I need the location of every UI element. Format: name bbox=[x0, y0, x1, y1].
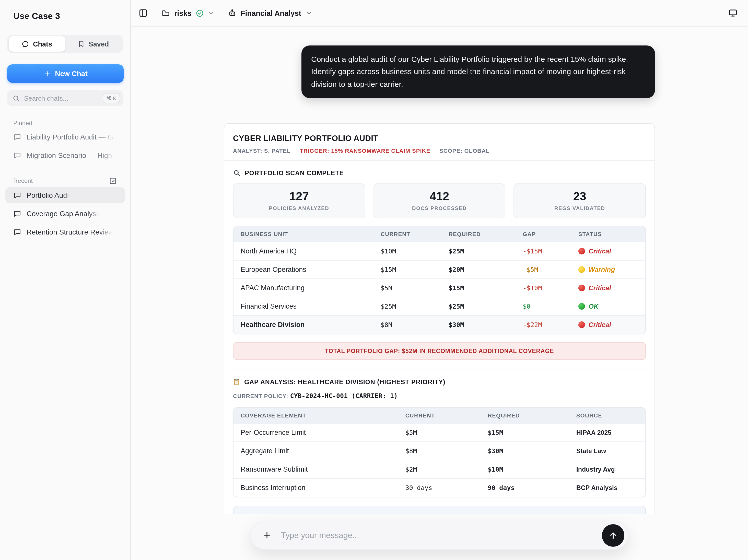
sidebar: Use Case 3 Chats Saved New Chat bbox=[0, 0, 131, 560]
cell-gap: -$5M bbox=[516, 261, 571, 279]
new-chat-label: New Chat bbox=[55, 69, 88, 78]
cell-unit: Financial Services bbox=[233, 297, 373, 316]
cell-status: Critical bbox=[571, 242, 645, 261]
cell-current: $15M bbox=[373, 261, 441, 279]
status-dot bbox=[578, 285, 585, 291]
gap-analysis-section: GAP ANALYSIS: HEALTHCARE DIVISION (HIGHE… bbox=[233, 369, 646, 514]
message-composer bbox=[250, 521, 628, 550]
sidebar-item-retention-structure-review[interactable]: Retention Structure Review bbox=[5, 224, 125, 240]
cell-current: $8M bbox=[373, 316, 441, 334]
total-gap-banner: TOTAL PORTFOLIO GAP: $52M IN RECOMMENDED… bbox=[233, 343, 646, 360]
col-required: REQUIRED bbox=[481, 408, 569, 424]
sidebar-item-liability-portfolio-audit[interactable]: Liability Portfolio Audit — Global bbox=[5, 129, 125, 145]
arrow-up-icon bbox=[608, 530, 618, 540]
recent-label: Recent bbox=[13, 177, 33, 184]
chat-bubble-icon bbox=[13, 209, 21, 218]
check-circle-icon bbox=[196, 9, 204, 17]
cell-gap: $0 bbox=[516, 297, 571, 316]
chat-scroll-area[interactable]: Conduct a global audit of our Cyber Liab… bbox=[131, 27, 748, 514]
message-input[interactable] bbox=[281, 531, 593, 540]
col-required: REQUIRED bbox=[441, 227, 516, 242]
sidebar-item-coverage-gap-analysis[interactable]: Coverage Gap Analysis bbox=[5, 205, 125, 222]
gap-analysis-heading-label: GAP ANALYSIS: HEALTHCARE DIVISION (HIGHE… bbox=[244, 379, 446, 386]
stat-value: 412 bbox=[374, 190, 505, 204]
search-shortcut-badge: ⌘ K bbox=[102, 93, 120, 103]
sidebar-item-label: Retention Structure Review bbox=[27, 228, 114, 236]
project-selector[interactable]: risks bbox=[161, 9, 215, 17]
cell-unit: European Operations bbox=[233, 261, 373, 279]
col-business-unit: BUSINESS UNIT bbox=[233, 227, 373, 242]
plus-icon bbox=[43, 70, 51, 77]
audit-card-body: PORTFOLIO SCAN COMPLETE 127 POLICIES ANA… bbox=[224, 161, 655, 514]
cell-element: Aggregate Limit bbox=[233, 442, 398, 460]
cell-status: Warning bbox=[571, 261, 645, 279]
cell-required: $25M bbox=[441, 297, 516, 316]
reasoning-graph-panel: REASONING GRAPH: PER-OCCURRENCE LIMIT GA… bbox=[233, 506, 646, 514]
sidebar-item-label: Portfolio Audit bbox=[27, 191, 71, 199]
sidebar-item-label: Liability Portfolio Audit — Global bbox=[27, 133, 117, 141]
status-dot bbox=[578, 248, 585, 255]
monitor-icon[interactable] bbox=[728, 8, 738, 18]
chat-bubble-icon bbox=[13, 228, 21, 236]
tab-chats[interactable]: Chats bbox=[9, 36, 65, 52]
user-message-bubble: Conduct a global audit of our Cyber Liab… bbox=[301, 45, 655, 98]
cell-current: $8M bbox=[398, 442, 481, 460]
attach-plus-icon[interactable] bbox=[262, 530, 272, 540]
bookmark-icon bbox=[78, 40, 85, 48]
table-row: North America HQ $10M $25M -$15M Critica… bbox=[233, 242, 645, 261]
table-header-row: COVERAGE ELEMENT CURRENT REQUIRED SOURCE bbox=[233, 408, 645, 424]
current-policy-line: CURRENT POLICY: CYB-2024-HC-001 (CARRIER… bbox=[233, 392, 646, 400]
scope-meta: SCOPE: GLOBAL bbox=[439, 148, 489, 154]
new-chat-button[interactable]: New Chat bbox=[7, 64, 124, 83]
stat-value: 127 bbox=[233, 190, 365, 204]
stat-label: POLICIES ANALYZED bbox=[233, 206, 365, 211]
status-dot bbox=[578, 322, 585, 328]
table-row: Financial Services $25M $25M $0 OK bbox=[233, 297, 645, 316]
stat-regs-validated: 23 REGS VALIDATED bbox=[514, 184, 646, 218]
chat-bubble-icon bbox=[22, 40, 29, 48]
search-input[interactable] bbox=[24, 94, 98, 102]
table-row-highlighted: Healthcare Division $8M $30M -$22M Criti… bbox=[233, 316, 645, 334]
sidebar-item-migration-scenario[interactable]: Migration Scenario — High-Risk bbox=[5, 147, 125, 164]
cell-gap: -$15M bbox=[516, 242, 571, 261]
tab-saved-label: Saved bbox=[89, 40, 109, 48]
composer-area bbox=[131, 514, 748, 560]
chat-bubble-icon bbox=[13, 191, 21, 199]
stat-value: 23 bbox=[514, 190, 645, 204]
sidebar-title: Use Case 3 bbox=[0, 11, 130, 21]
cell-status: Critical bbox=[571, 316, 645, 334]
stat-label: REGS VALIDATED bbox=[514, 206, 645, 211]
cell-source: State Law bbox=[569, 442, 645, 460]
trigger-meta: TRIGGER: 15% RANSOMWARE CLAIM SPIKE bbox=[300, 148, 430, 154]
cell-required: $10M bbox=[481, 460, 569, 479]
sidebar-item-label: Migration Scenario — High-Risk bbox=[27, 151, 117, 159]
topbar: risks Financial Analyst bbox=[131, 0, 748, 27]
cell-required: $30M bbox=[441, 316, 516, 334]
agent-selector[interactable]: Financial Analyst bbox=[228, 9, 312, 17]
col-coverage-element: COVERAGE ELEMENT bbox=[233, 408, 398, 424]
table-row: Aggregate Limit $8M $30M State Law bbox=[233, 442, 645, 460]
chat-bubble-icon bbox=[13, 133, 21, 141]
table-header-row: BUSINESS UNIT CURRENT REQUIRED GAP STATU… bbox=[233, 227, 645, 242]
status-dot bbox=[578, 303, 585, 310]
scan-stats: 127 POLICIES ANALYZED 412 DOCS PROCESSED… bbox=[233, 184, 646, 218]
cell-unit: APAC Manufacturing bbox=[233, 279, 373, 297]
tab-saved[interactable]: Saved bbox=[65, 36, 122, 52]
cell-element: Business Interruption bbox=[233, 479, 398, 497]
send-button[interactable] bbox=[602, 524, 624, 546]
pinned-label: Pinned bbox=[13, 120, 32, 127]
sidebar-item-portfolio-audit[interactable]: Portfolio Audit bbox=[5, 187, 125, 203]
audit-card-header: CYBER LIABILITY PORTFOLIO AUDIT ANALYST:… bbox=[224, 124, 655, 161]
cell-source: HIPAA 2025 bbox=[569, 424, 645, 442]
table-row: Per-Occurrence Limit $5M $15M HIPAA 2025 bbox=[233, 424, 645, 442]
audit-card-title: CYBER LIABILITY PORTFOLIO AUDIT bbox=[233, 134, 646, 143]
scan-heading: PORTFOLIO SCAN COMPLETE bbox=[233, 169, 646, 177]
cell-source: BCP Analysis bbox=[569, 479, 645, 497]
sidebar-toggle-icon[interactable] bbox=[138, 8, 148, 18]
audit-card-meta: ANALYST: S. PATEL TRIGGER: 15% RANSOMWAR… bbox=[233, 148, 646, 154]
col-source: SOURCE bbox=[569, 408, 645, 424]
main-area: risks Financial Analyst bbox=[131, 0, 748, 560]
analyst-meta: ANALYST: S. PATEL bbox=[233, 148, 291, 154]
chevron-down-icon bbox=[208, 10, 215, 16]
compose-icon[interactable] bbox=[109, 177, 117, 185]
